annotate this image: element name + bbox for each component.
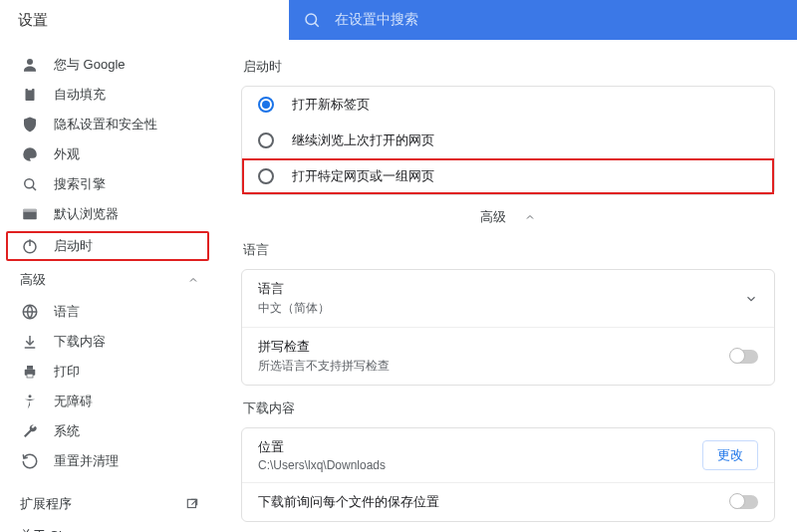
download-ask-row: 下载前询问每个文件的保存位置 <box>242 482 774 521</box>
sidebar-item-print[interactable]: 打印 <box>0 357 219 387</box>
svg-rect-3 <box>26 89 35 101</box>
radio-label: 继续浏览上次打开的网页 <box>292 132 434 149</box>
main-content: 启动时 打开新标签页 继续浏览上次打开的网页 打开特定网页或一组网页 高级 语言 <box>219 40 797 532</box>
sidebar-item-label: 外观 <box>54 145 80 163</box>
startup-card: 打开新标签页 继续浏览上次打开的网页 打开特定网页或一组网页 <box>241 86 775 195</box>
sidebar-item-appearance[interactable]: 外观 <box>0 139 219 169</box>
sidebar-item-system[interactable]: 系统 <box>0 416 219 446</box>
sidebar-item-label: 隐私设置和安全性 <box>54 116 157 133</box>
topbar: 设置 在设置中搜索 <box>0 0 797 40</box>
download-ask-toggle[interactable] <box>730 495 758 509</box>
svg-rect-4 <box>28 88 33 91</box>
radio-label: 打开特定网页或一组网页 <box>292 167 434 185</box>
sidebar-item-default-browser[interactable]: 默认浏览器 <box>0 199 219 229</box>
shield-icon <box>20 115 40 134</box>
download-location-value: C:\Users\lxq\Downloads <box>258 458 386 472</box>
sidebar-item-label: 下载内容 <box>54 333 106 351</box>
search-icon <box>20 174 40 194</box>
sidebar-item-label: 语言 <box>54 303 80 321</box>
sidebar-item-accessibility[interactable]: 无障碍 <box>0 387 219 416</box>
spellcheck-toggle[interactable] <box>730 350 758 364</box>
svg-rect-19 <box>187 499 195 507</box>
spellcheck-sub: 所选语言不支持拼写检查 <box>258 358 390 375</box>
advanced-toggle-center[interactable]: 高级 <box>241 195 775 239</box>
svg-rect-17 <box>27 374 33 378</box>
wrench-icon <box>20 421 40 441</box>
sidebar-item-label: 打印 <box>54 363 80 381</box>
sidebar-item-reset[interactable]: 重置并清理 <box>0 446 219 476</box>
chevron-down-icon <box>744 292 758 306</box>
sidebar-item-search-engine[interactable]: 搜索引擎 <box>0 169 219 199</box>
sidebar-item-label: 重置并清理 <box>54 452 119 470</box>
language-row-title: 语言 <box>258 280 330 298</box>
download-ask-title: 下载前询问每个文件的保存位置 <box>258 493 439 511</box>
sidebar-item-privacy[interactable]: 隐私设置和安全性 <box>0 110 219 139</box>
svg-line-1 <box>315 23 319 27</box>
sidebar-item-label: 启动时 <box>54 237 93 255</box>
sidebar-advanced-label: 高级 <box>20 271 46 289</box>
section-title-language: 语言 <box>243 241 775 259</box>
download-location-title: 位置 <box>258 438 386 456</box>
browser-icon <box>20 204 40 224</box>
page-title: 设置 <box>0 0 289 40</box>
language-card: 语言 中文（简体） 拼写检查 所选语言不支持拼写检查 <box>241 269 775 386</box>
radio-unchecked-icon <box>258 168 274 184</box>
download-icon <box>20 332 40 352</box>
radio-checked-icon <box>258 97 274 113</box>
external-link-icon <box>185 497 199 511</box>
section-title-downloads: 下载内容 <box>243 399 775 417</box>
spellcheck-title: 拼写检查 <box>258 338 390 356</box>
change-location-button[interactable]: 更改 <box>702 440 758 470</box>
sidebar-extensions[interactable]: 扩展程序 <box>0 488 219 520</box>
sidebar-item-downloads[interactable]: 下载内容 <box>0 327 219 357</box>
downloads-card: 位置 C:\Users\lxq\Downloads 更改 下载前询问每个文件的保… <box>241 427 775 522</box>
startup-option-new-tab[interactable]: 打开新标签页 <box>242 87 774 123</box>
sidebar-about-chrome[interactable]: 关于 Chrome <box>0 520 219 532</box>
sidebar-item-label: 系统 <box>54 422 80 440</box>
print-icon <box>20 362 40 382</box>
svg-line-6 <box>32 186 36 190</box>
palette-icon <box>20 144 40 164</box>
sidebar: 您与 Google 自动填充 隐私设置和安全性 外观 搜索引擎 默认浏览器 启动… <box>0 40 219 532</box>
download-location-row: 位置 C:\Users\lxq\Downloads 更改 <box>242 428 774 482</box>
sidebar-item-you-and-google[interactable]: 您与 Google <box>0 50 219 80</box>
svg-point-0 <box>306 14 317 25</box>
advanced-center-label: 高级 <box>480 208 506 226</box>
startup-option-specific-pages[interactable]: 打开特定网页或一组网页 <box>242 158 774 194</box>
language-row[interactable]: 语言 中文（简体） <box>242 270 774 327</box>
sidebar-item-autofill[interactable]: 自动填充 <box>0 80 219 110</box>
sidebar-item-language[interactable]: 语言 <box>0 297 219 327</box>
search-icon <box>303 11 321 29</box>
spellcheck-row: 拼写检查 所选语言不支持拼写检查 <box>242 327 774 385</box>
svg-point-18 <box>29 395 32 398</box>
language-row-value: 中文（简体） <box>258 300 330 317</box>
accessibility-icon <box>20 392 40 411</box>
search-placeholder: 在设置中搜索 <box>335 11 418 29</box>
sidebar-advanced-toggle[interactable]: 高级 <box>0 263 219 297</box>
radio-label: 打开新标签页 <box>292 96 370 114</box>
chevron-up-icon <box>524 211 536 223</box>
chevron-up-icon <box>187 274 199 286</box>
person-icon <box>20 55 40 75</box>
sidebar-extensions-label: 扩展程序 <box>20 495 72 513</box>
svg-rect-8 <box>23 209 37 212</box>
sidebar-item-label: 搜索引擎 <box>54 175 106 193</box>
sidebar-about-label: 关于 Chrome <box>20 527 96 532</box>
radio-unchecked-icon <box>258 133 274 148</box>
sidebar-item-on-startup[interactable]: 启动时 <box>6 231 209 261</box>
clipboard-icon <box>20 85 40 105</box>
restore-icon <box>20 451 40 471</box>
sidebar-item-label: 您与 Google <box>54 56 126 74</box>
svg-point-2 <box>27 59 33 65</box>
power-icon <box>20 236 40 256</box>
section-title-startup: 启动时 <box>243 58 775 76</box>
sidebar-item-label: 自动填充 <box>54 86 106 104</box>
startup-option-continue[interactable]: 继续浏览上次打开的网页 <box>242 123 774 158</box>
globe-icon <box>20 302 40 322</box>
svg-rect-16 <box>27 366 33 370</box>
sidebar-item-label: 无障碍 <box>54 393 93 410</box>
search-bar[interactable]: 在设置中搜索 <box>289 0 797 40</box>
sidebar-item-label: 默认浏览器 <box>54 205 119 223</box>
